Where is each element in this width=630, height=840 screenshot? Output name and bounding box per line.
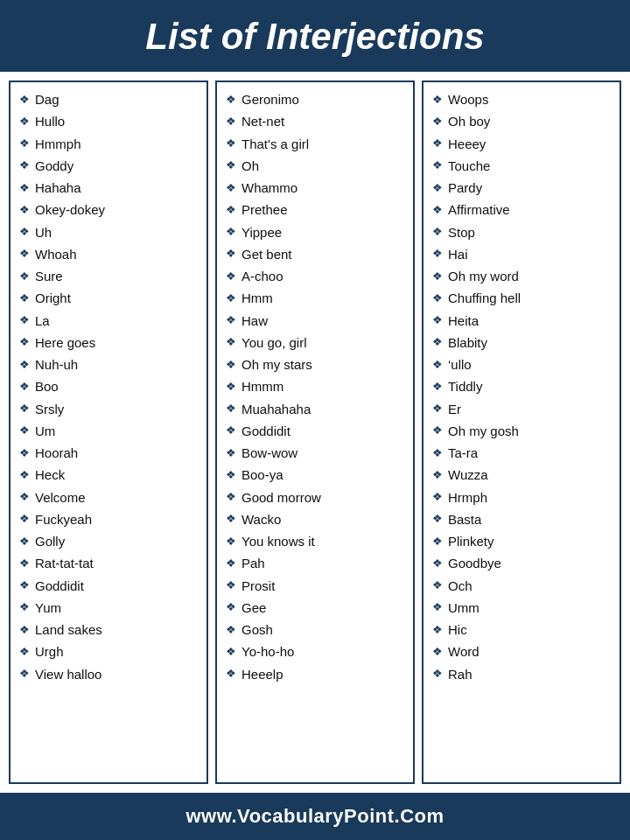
list-item: ❖Oh my gosh [432, 421, 614, 441]
list-item: ❖Geronimo [226, 89, 408, 109]
item-label: Dag [35, 89, 60, 109]
diamond-icon: ❖ [19, 510, 30, 528]
diamond-icon: ❖ [432, 488, 443, 506]
diamond-icon: ❖ [432, 268, 443, 285]
column-3: ❖Woops❖Oh boy❖Heeey❖Touche❖Pardy❖Affirma… [422, 80, 621, 784]
diamond-icon: ❖ [19, 91, 30, 108]
list-item: ❖Good morrow [226, 487, 408, 508]
item-label: Woops [448, 89, 488, 109]
list-item: ❖Plinkety [432, 531, 614, 551]
list-item: ❖Get bent [226, 244, 408, 264]
item-label: Um [35, 421, 55, 441]
diamond-icon: ❖ [19, 312, 30, 329]
diamond-icon: ❖ [432, 555, 443, 572]
diamond-icon: ❖ [226, 577, 236, 594]
list-item: ❖Hai [432, 244, 614, 264]
item-label: Fuckyeah [35, 509, 92, 529]
diamond-icon: ❖ [19, 444, 30, 462]
item-label: Ta-ra [448, 443, 478, 463]
item-label: Oh my gosh [448, 421, 519, 441]
list-item: ❖Wacko [226, 509, 408, 529]
list-item: ❖Hic [432, 620, 614, 640]
item-label: Basta [448, 509, 481, 529]
list-item: ❖Ta-ra [432, 443, 614, 463]
list-item: ❖Hahaha [19, 178, 201, 198]
item-label: Hic [448, 620, 467, 640]
item-label: Rah [448, 664, 472, 684]
list-item: ❖Prosit [226, 576, 408, 596]
item-label: La [35, 311, 50, 331]
list-item: ❖Um [19, 421, 201, 441]
list-item: ❖Bow-wow [226, 443, 408, 463]
item-label: Good morrow [242, 487, 321, 508]
list-item: ❖Boo [19, 376, 201, 396]
item-label: Net-net [242, 111, 284, 131]
list-item: ❖Haw [226, 311, 408, 331]
item-label: Boo-ya [242, 465, 284, 485]
list-item: ❖Oh my word [432, 266, 614, 286]
diamond-icon: ❖ [432, 665, 443, 682]
page-header: List of Interjections [0, 0, 630, 72]
item-label: Plinkety [448, 531, 494, 551]
list-item: ❖Pah [226, 553, 408, 573]
item-label: Velcome [35, 487, 86, 508]
diamond-icon: ❖ [226, 312, 236, 329]
list-item: ❖Gosh [226, 620, 408, 640]
diamond-icon: ❖ [432, 91, 443, 108]
item-label: Okey-dokey [35, 200, 105, 220]
list-item: ❖Here goes [19, 332, 201, 353]
item-label: Stop [448, 222, 475, 242]
diamond-icon: ❖ [432, 422, 443, 439]
diamond-icon: ❖ [432, 400, 443, 417]
diamond-icon: ❖ [19, 245, 30, 262]
content-area: ❖Dag❖Hullo❖Hmmph❖Goddy❖Hahaha❖Okey-dokey… [0, 72, 630, 793]
diamond-icon: ❖ [19, 555, 30, 572]
list-item: ❖Wuzza [432, 465, 614, 485]
diamond-icon: ❖ [432, 333, 443, 351]
diamond-icon: ❖ [19, 268, 30, 285]
list-item: ❖Woops [432, 89, 614, 109]
diamond-icon: ❖ [19, 422, 30, 439]
item-label: Hoorah [35, 443, 78, 463]
diamond-icon: ❖ [226, 157, 236, 174]
diamond-icon: ❖ [432, 577, 443, 594]
diamond-icon: ❖ [19, 665, 30, 682]
item-label: Er [448, 399, 461, 419]
diamond-icon: ❖ [226, 665, 236, 682]
diamond-icon: ❖ [19, 400, 30, 417]
list-item: ❖Srsly [19, 399, 201, 419]
item-label: Land sakes [35, 620, 102, 640]
list-item: ❖Oright [19, 288, 201, 308]
list-item: ❖Yippee [226, 222, 408, 242]
list-item: ❖Hmm [226, 288, 408, 308]
diamond-icon: ❖ [226, 444, 236, 462]
diamond-icon: ❖ [432, 444, 443, 462]
diamond-icon: ❖ [19, 179, 30, 197]
diamond-icon: ❖ [226, 201, 236, 219]
list-item: ❖Uh [19, 222, 201, 242]
item-label: Oh my word [448, 266, 519, 286]
list-item: ❖Heeey [432, 134, 614, 154]
item-label: Gosh [242, 620, 273, 640]
diamond-icon: ❖ [226, 466, 236, 484]
diamond-icon: ❖ [226, 643, 236, 661]
diamond-icon: ❖ [19, 533, 30, 550]
item-label: Umm [448, 598, 480, 618]
diamond-icon: ❖ [226, 91, 236, 108]
diamond-icon: ❖ [226, 378, 236, 396]
item-label: Uh [35, 222, 52, 242]
item-label: Yippee [242, 222, 282, 242]
item-label: Rat-tat-tat [35, 553, 94, 573]
diamond-icon: ❖ [226, 268, 236, 285]
diamond-icon: ❖ [226, 245, 236, 262]
list-item: ❖Velcome [19, 487, 201, 508]
list-item: ❖Touche [432, 156, 614, 176]
diamond-icon: ❖ [432, 223, 443, 241]
diamond-icon: ❖ [19, 466, 30, 484]
diamond-icon: ❖ [19, 135, 30, 152]
diamond-icon: ❖ [19, 290, 30, 307]
diamond-icon: ❖ [19, 598, 30, 616]
diamond-icon: ❖ [432, 135, 443, 152]
diamond-icon: ❖ [226, 290, 236, 307]
list-item: ❖You go, girl [226, 332, 408, 353]
